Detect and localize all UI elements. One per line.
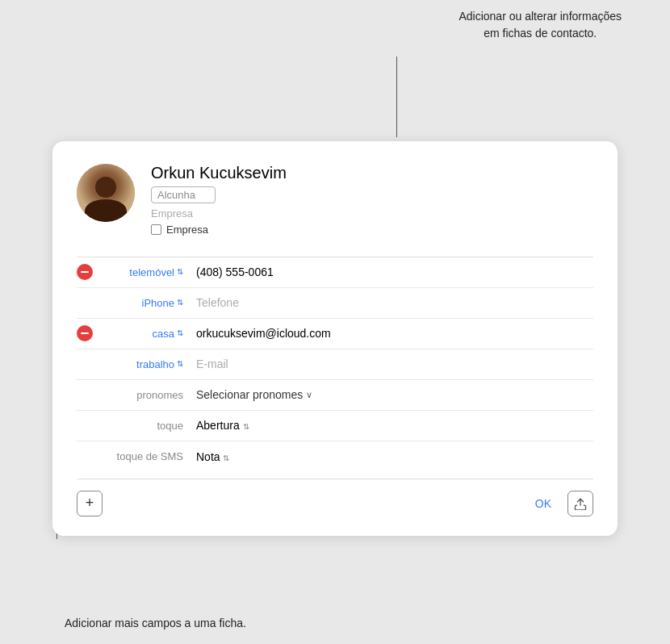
phone-label-1-chevron: ⇅ — [177, 268, 183, 276]
toque-row: toque Abertura ⇅ — [77, 411, 593, 441]
pronomes-chevron-down: ∨ — [306, 390, 312, 400]
pronomes-value[interactable]: Selecionar pronomes ∨ — [190, 388, 593, 401]
pronomes-label: pronomes — [101, 389, 190, 401]
company-checkbox[interactable] — [151, 224, 161, 235]
contact-name: Orkun Kucuksevim — [151, 164, 593, 182]
avatar-image — [77, 164, 135, 222]
annotation-bottom-text: Adicionar mais campos a uma ficha. — [65, 617, 246, 629]
toque-value[interactable]: Abertura ⇅ — [190, 419, 593, 432]
share-button[interactable] — [567, 491, 593, 516]
phone-value-2-placeholder[interactable]: Telefone — [190, 296, 593, 309]
phone-row-2: iPhone ⇅ Telefone — [77, 288, 593, 319]
toque-sms-row: toque de SMS Nota ⇅ — [77, 441, 593, 472]
email-value-2-placeholder[interactable]: E-mail — [190, 358, 593, 370]
fields-section: telemóvel ⇅ (408) 555-0061 iPhone ⇅ Tele… — [77, 257, 593, 472]
contact-card: Orkun Kucuksevim Alcunha Empresa Empresa… — [52, 141, 618, 536]
remove-phone-button[interactable] — [77, 264, 93, 280]
phone-row-1: telemóvel ⇅ (408) 555-0061 — [77, 257, 593, 288]
email-label-1[interactable]: casa ⇅ — [101, 328, 190, 340]
annotation-bottom: Adicionar mais campos a uma ficha. — [65, 617, 246, 629]
email-label-2[interactable]: trabalho ⇅ — [101, 358, 190, 370]
contact-header: Orkun Kucuksevim Alcunha Empresa Empresa — [77, 164, 593, 236]
company-checkbox-label: Empresa — [166, 224, 208, 236]
email-value-1[interactable]: orkucuksevim@icloud.com — [190, 327, 593, 340]
nickname-field[interactable]: Alcunha — [151, 186, 216, 203]
company-placeholder: Empresa — [151, 207, 593, 220]
toque-sms-value[interactable]: Nota ⇅ — [190, 450, 593, 463]
remove-email-button[interactable] — [77, 325, 93, 341]
email-row-1: casa ⇅ orkucuksevim@icloud.com — [77, 319, 593, 349]
annotation-top: Adicionar ou alterar informações em fich… — [459, 8, 622, 42]
bottom-bar: + OK — [77, 479, 593, 520]
phone-label-2[interactable]: iPhone ⇅ — [101, 297, 190, 309]
phone-label-1[interactable]: telemóvel ⇅ — [101, 266, 190, 278]
toque-sms-chevron: ⇅ — [223, 454, 229, 462]
ok-button[interactable]: OK — [529, 494, 558, 513]
email-row-2: trabalho ⇅ E-mail — [77, 349, 593, 380]
share-icon — [574, 497, 587, 510]
email-label-2-chevron: ⇅ — [177, 360, 183, 368]
annotation-top-text: Adicionar ou alterar informações em fich… — [459, 10, 622, 40]
toque-sms-label: toque de SMS — [101, 450, 190, 462]
toque-label: toque — [101, 420, 190, 432]
phone-value-1[interactable]: (408) 555-0061 — [190, 266, 593, 278]
contact-info: Orkun Kucuksevim Alcunha Empresa Empresa — [151, 164, 593, 236]
phone-label-2-chevron: ⇅ — [177, 299, 183, 307]
add-field-button[interactable]: + — [77, 491, 103, 516]
pronomes-row: pronomes Selecionar pronomes ∨ — [77, 380, 593, 411]
email-label-1-chevron: ⇅ — [177, 329, 183, 337]
toque-chevron: ⇅ — [243, 423, 249, 431]
callout-line-top — [396, 56, 397, 137]
avatar — [77, 164, 135, 222]
bottom-actions: OK — [529, 491, 593, 516]
company-row: Empresa — [151, 224, 593, 236]
